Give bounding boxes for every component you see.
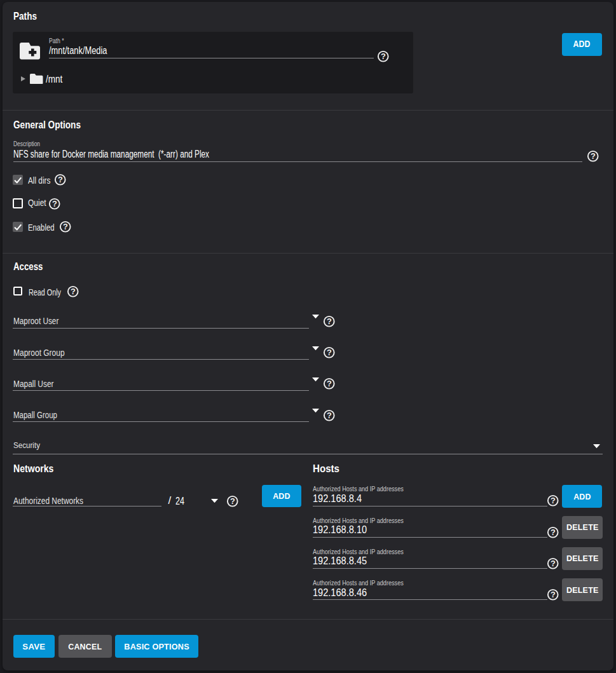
svg-text:?: ?: [381, 52, 386, 62]
svg-text:?: ?: [58, 175, 63, 185]
svg-text:?: ?: [551, 559, 556, 568]
svg-text:?: ?: [327, 379, 332, 388]
svg-text:?: ?: [71, 287, 76, 297]
svg-text:?: ?: [551, 496, 556, 506]
svg-text:?: ?: [327, 316, 332, 326]
svg-text:?: ?: [52, 200, 57, 209]
svg-text:?: ?: [63, 222, 68, 232]
svg-text:?: ?: [551, 527, 556, 537]
svg-text:?: ?: [591, 151, 596, 161]
svg-text:?: ?: [230, 496, 235, 506]
svg-text:?: ?: [551, 590, 556, 599]
svg-text:?: ?: [327, 348, 332, 357]
svg-text:?: ?: [327, 411, 332, 420]
